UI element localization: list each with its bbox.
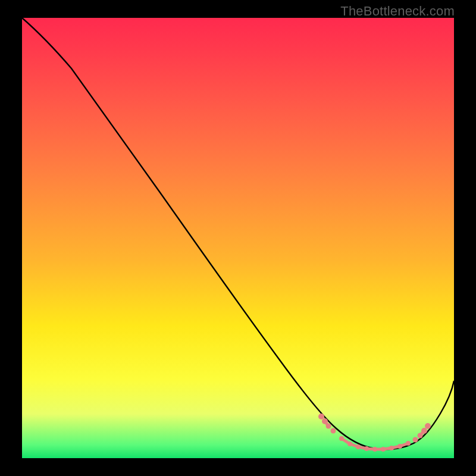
chart-frame: TheBottleneck.com — [0, 0, 476, 476]
plot-area — [22, 18, 454, 458]
source-watermark: TheBottleneck.com — [340, 4, 455, 19]
